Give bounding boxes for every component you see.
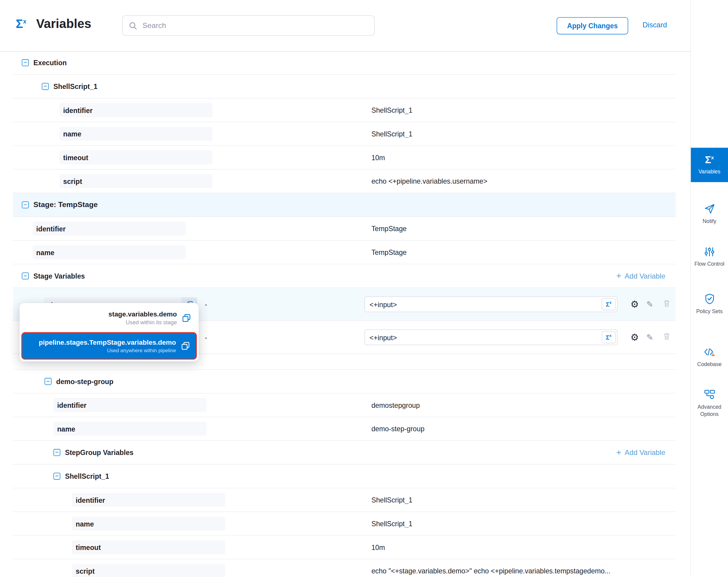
field-row: identifier ShellScript_1: [13, 488, 675, 512]
search-box[interactable]: [122, 15, 375, 36]
field-name-box: name: [53, 422, 207, 436]
field-row: timeout 10m: [13, 146, 675, 170]
delete-icon[interactable]: [663, 332, 671, 342]
variable-value-text: <+input>: [365, 300, 602, 308]
field-value: demo-step-group: [371, 425, 425, 433]
variable-value-input[interactable]: <+input> Σx: [365, 329, 618, 345]
sigma-x-icon: Σx: [705, 155, 714, 165]
field-name-box: name: [72, 517, 225, 530]
field-row: identifier ShellScript_1: [13, 99, 675, 122]
section-label: demo-step-group: [56, 377, 113, 385]
field-row: identifier TempStage: [13, 217, 675, 241]
flowchart-gear-icon: [704, 388, 716, 400]
collapse-icon[interactable]: −: [22, 273, 29, 279]
apply-changes-button[interactable]: Apply Changes: [557, 17, 628, 34]
field-row: name ShellScript_1: [13, 512, 675, 536]
collapse-icon[interactable]: −: [53, 449, 60, 456]
sidebar-item-label: Variables: [697, 168, 722, 175]
sigma-x-icon: Σx: [16, 17, 26, 31]
field-row: name TempStage: [13, 241, 675, 265]
variable-separator: -: [205, 333, 207, 341]
variable-scope: Used anywhere within pipeline: [107, 347, 176, 353]
add-variable-button[interactable]: + Add Variable: [616, 448, 665, 457]
sidebar-item-label: Flow Control: [693, 260, 726, 268]
field-label: script: [72, 567, 95, 575]
stage-header-label: Stage: TempStage: [33, 201, 98, 209]
field-label: timeout: [72, 543, 101, 551]
variable-value-text: <+input>: [365, 333, 602, 341]
field-value: TempStage: [371, 248, 407, 256]
edit-icon[interactable]: ✎: [646, 299, 653, 309]
sidebar-item-advanced-options[interactable]: Advanced Options: [691, 388, 728, 418]
variables-panel: Σx Variables Apply Changes Discard − Exe…: [0, 0, 728, 577]
field-row: name demo-step-group: [13, 417, 675, 441]
field-label: name: [72, 520, 94, 527]
field-name-box: identifier: [59, 103, 213, 117]
delete-icon[interactable]: [663, 299, 671, 309]
settings-icon[interactable]: ⚙: [630, 332, 639, 343]
discard-button[interactable]: Discard: [640, 20, 670, 30]
section-label: Stage Variables: [33, 272, 85, 280]
variable-scope: Used within its stage: [126, 319, 177, 326]
field-label: identifier: [72, 496, 105, 504]
field-label: name: [59, 130, 81, 137]
section-label: Execution: [33, 59, 67, 67]
field-value: ShellScript_1: [371, 496, 413, 504]
collapse-icon[interactable]: −: [22, 201, 29, 208]
page-title: Variables: [36, 17, 91, 31]
tree-row-step-group: − demo-step-group: [13, 370, 675, 394]
sidebar-item-label: Codebase: [696, 361, 723, 368]
add-variable-label: Add Variable: [625, 448, 665, 457]
paper-plane-icon: [704, 203, 716, 215]
field-value: demostepgroup: [371, 401, 420, 409]
field-row: script echo "<+stage.variables.demo>" ec…: [13, 559, 675, 577]
sidebar-item-flow-control[interactable]: Flow Control: [691, 245, 728, 268]
field-value: ShellScript_1: [371, 106, 413, 114]
section-label: StepGroup Variables: [65, 449, 133, 456]
variable-separator: -: [205, 300, 207, 308]
settings-icon[interactable]: ⚙: [630, 299, 639, 310]
search-input[interactable]: [141, 21, 368, 30]
field-value: TempStage: [371, 225, 407, 232]
field-name-box: identifier: [72, 493, 225, 507]
add-variable-button[interactable]: + Add Variable: [616, 272, 665, 280]
copy-option-pipeline-scope[interactable]: pipeline.stages.TempStage.variables.demo…: [21, 332, 197, 359]
collapse-icon[interactable]: −: [42, 83, 49, 90]
search-icon: [129, 22, 137, 29]
field-value: ShellScript_1: [371, 520, 413, 527]
section-label: ShellScript_1: [53, 82, 98, 90]
collapse-icon[interactable]: −: [45, 378, 51, 385]
field-label: name: [32, 248, 54, 256]
field-name-box: name: [32, 245, 186, 259]
copy-icon[interactable]: [181, 342, 189, 350]
sidebar-item-notify[interactable]: Notify: [691, 203, 728, 225]
field-name-box: name: [59, 127, 213, 141]
copy-icon[interactable]: [183, 314, 190, 322]
runtime-input-icon[interactable]: Σx: [602, 331, 615, 343]
collapse-icon[interactable]: −: [22, 59, 29, 66]
field-value: 10m: [371, 543, 385, 551]
field-label: timeout: [59, 154, 88, 161]
variable-path: stage.variables.demo: [108, 310, 177, 318]
collapse-icon[interactable]: −: [53, 473, 60, 480]
field-label: identifier: [59, 106, 93, 114]
edit-icon[interactable]: ✎: [646, 332, 653, 342]
field-label: identifier: [32, 225, 66, 232]
runtime-input-icon[interactable]: Σx: [602, 298, 615, 310]
copy-option-stage-scope[interactable]: stage.variables.demo Used within its sta…: [21, 305, 197, 331]
field-value: 10m: [371, 154, 385, 161]
field-name-box: identifier: [32, 222, 186, 235]
sidebar-item-label: Policy Sets: [695, 308, 724, 315]
sidebar-item-variables[interactable]: Σx Variables: [691, 148, 728, 182]
field-value: echo "<+stage.variables.demo>" echo <+pi…: [371, 567, 610, 575]
sidebar-item-label: Advanced Options: [691, 404, 728, 418]
field-row: name ShellScript_1: [13, 122, 675, 146]
field-value: echo <+pipeline.variables.username>: [371, 177, 488, 185]
copy-option-text: stage.variables.demo Used within its sta…: [108, 310, 177, 326]
sidebar-item-codebase[interactable]: Codebase: [691, 346, 728, 368]
variable-copy-menu: stage.variables.demo Used within its sta…: [20, 303, 199, 361]
section-label: ShellScript_1: [65, 472, 109, 480]
variable-value-input[interactable]: <+input> Σx: [365, 296, 618, 312]
add-variable-label: Add Variable: [625, 272, 665, 280]
sidebar-item-policy-sets[interactable]: Policy Sets: [691, 293, 728, 315]
